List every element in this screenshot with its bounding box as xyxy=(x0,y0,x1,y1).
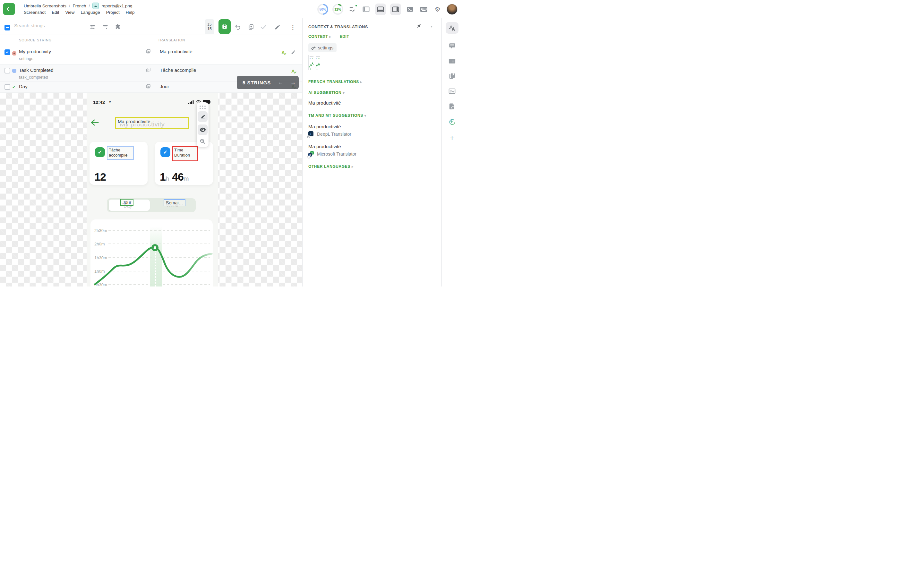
zoom-tool-button[interactable] xyxy=(197,136,208,147)
back-arrow-icon xyxy=(6,6,12,12)
tasks-value: 12 xyxy=(94,171,106,183)
screenshot-canvas[interactable]: 12:42 ➤ My productivity Ma productivité … xyxy=(0,93,302,286)
next-strings-arrow[interactable]: → xyxy=(290,79,296,86)
row-edit-button[interactable] xyxy=(291,49,296,56)
more-options-button[interactable]: ⋮ xyxy=(289,23,297,31)
row-checkbox[interactable] xyxy=(5,68,10,75)
drag-handle[interactable] xyxy=(199,105,206,111)
tag-tool-button[interactable] xyxy=(197,111,208,122)
menu-view[interactable]: View xyxy=(66,10,75,15)
toggle-bottom-panel-button[interactable] xyxy=(375,3,386,15)
breadcrumb-language[interactable]: French xyxy=(73,3,86,8)
source-string[interactable]: Task Completed xyxy=(19,67,53,73)
strings-count-badge: 5 STRINGS ← → xyxy=(237,76,299,89)
pencil-icon xyxy=(274,24,281,30)
approved-progress-ring[interactable]: 12% xyxy=(332,4,343,15)
screenshot-attached-icon xyxy=(145,83,151,91)
rail-tasks-tab[interactable] xyxy=(446,85,459,97)
row-checkbox[interactable] xyxy=(5,84,10,91)
translated-progress-ring[interactable]: 50% xyxy=(317,4,328,15)
breadcrumb-project[interactable]: Umbrella Screenshots xyxy=(24,3,66,8)
row-checkbox[interactable]: ✓ xyxy=(5,49,10,55)
filter-settings-button[interactable] xyxy=(89,23,97,31)
string-key-tag[interactable]: settings xyxy=(309,43,337,52)
previous-strings-arrow[interactable]: ← xyxy=(278,79,283,86)
rail-comments-tab[interactable] xyxy=(446,40,459,52)
save-button[interactable] xyxy=(218,19,231,34)
document-info-icon xyxy=(449,103,455,110)
sort-filter-button[interactable] xyxy=(101,23,110,31)
terminal-icon xyxy=(407,6,413,13)
shortcuts-button[interactable] xyxy=(419,3,429,15)
duplicate-icon xyxy=(248,24,254,30)
translation-text[interactable]: Tâche accomplie xyxy=(160,67,196,73)
console-button[interactable] xyxy=(405,3,415,15)
duration-label-box[interactable]: Time Duration Duration xyxy=(172,146,198,161)
menu-edit[interactable]: Edit xyxy=(52,10,59,15)
menu-language[interactable]: Language xyxy=(81,10,100,15)
plugins-button[interactable] xyxy=(114,23,122,31)
approve-button[interactable] xyxy=(259,23,268,31)
undo-button[interactable] xyxy=(233,23,242,31)
copy-source-button[interactable] xyxy=(247,23,255,31)
rail-glossary-tab[interactable] xyxy=(446,70,459,82)
menu-screenshot[interactable]: Screenshot xyxy=(24,10,45,15)
collapse-panel-chevron[interactable]: ▾ xyxy=(431,24,432,28)
screenshot-thumbnail[interactable] xyxy=(309,55,321,70)
breadcrumb-separator: / xyxy=(69,3,70,8)
source-string[interactable]: Day xyxy=(19,84,28,89)
preview-tool-button[interactable] xyxy=(197,124,208,135)
rail-add-panel-button[interactable]: + xyxy=(446,132,459,143)
back-button[interactable] xyxy=(3,3,15,15)
section-tm-mt-suggestions[interactable]: TM AND MT SUGGESTIONS▾ xyxy=(309,112,366,118)
tab-day-highlight-box[interactable]: Jour xyxy=(120,199,133,206)
rail-translations-tab[interactable] xyxy=(446,22,459,34)
toggle-right-panel-button[interactable] xyxy=(390,3,401,15)
rail-ai-tab[interactable] xyxy=(446,116,459,128)
section-other-languages[interactable]: OTHER LANGUAGES▸ xyxy=(309,163,354,169)
history-clock-icon xyxy=(307,135,310,138)
tm-suggestion-text[interactable]: Ma productivité xyxy=(309,124,341,129)
pin-icon[interactable] xyxy=(416,23,421,30)
title-highlight-box[interactable]: My productivity Ma productivité xyxy=(115,117,189,128)
screenshot-attached-icon xyxy=(145,49,151,55)
string-counter: 15 15 xyxy=(205,19,214,34)
tab-week-highlight-box[interactable]: Semai… xyxy=(164,199,185,206)
source-string[interactable]: My productivity xyxy=(19,49,51,54)
column-source: SOURCE STRING xyxy=(19,38,52,42)
toggle-left-panel-button[interactable] xyxy=(361,3,371,15)
edit-translation-button[interactable] xyxy=(273,23,282,31)
app-window: Umbrella Screenshots / French / reports@… xyxy=(0,0,462,286)
menu-help[interactable]: Help xyxy=(126,10,135,15)
section-french-translations[interactable]: FRENCH TRANSLATIONS▸ xyxy=(309,78,362,85)
activity-log-button[interactable] xyxy=(348,3,357,15)
tasks-label-box[interactable]: Tâche accomplie Completed xyxy=(107,146,134,160)
rail-context-tab[interactable] xyxy=(446,55,459,67)
ai-sparkle-icon xyxy=(448,118,456,126)
translation-text[interactable]: Jour xyxy=(160,84,169,89)
status-approved-icon: ✓ xyxy=(12,85,16,89)
keyboard-icon xyxy=(420,6,428,12)
ai-suggestion-text[interactable]: Ma productivité xyxy=(309,100,341,106)
tm-suggestion-text[interactable]: Ma productivité xyxy=(309,144,341,149)
section-ai-suggestion[interactable]: AI SUGGESTION▾ xyxy=(309,89,345,95)
settings-button[interactable]: ⚙ xyxy=(433,3,442,15)
select-all-checkbox[interactable] xyxy=(5,23,10,30)
tm-suggestion-provider: a Microsoft Translator xyxy=(309,151,356,157)
phone-clock: 12:42 xyxy=(93,100,105,105)
context-panel: CONTEXT & TRANSLATIONS ▾ CONTEXT▸ EDIT s… xyxy=(302,18,442,286)
filter-icon xyxy=(102,24,108,30)
user-avatar[interactable] xyxy=(446,4,457,15)
productivity-chart: 2h30m 2h0m 1h30m 1h0m 0h30m xyxy=(91,219,213,286)
approved-progress-value: 12% xyxy=(332,4,343,15)
panel-bottom-icon xyxy=(377,6,384,12)
rail-file-info-tab[interactable] xyxy=(446,100,459,112)
breadcrumb-file[interactable]: reports@x1.png xyxy=(102,3,132,8)
search-input[interactable] xyxy=(14,23,78,28)
string-row-my-productivity[interactable]: ✓ My productivity settings Ma productivi… xyxy=(0,46,302,64)
tab-edit[interactable]: EDIT xyxy=(340,34,349,39)
context-tabs: CONTEXT▸ EDIT xyxy=(309,34,349,39)
translation-text[interactable]: Ma productivité xyxy=(160,49,193,54)
menu-project[interactable]: Project xyxy=(106,10,120,15)
tab-context[interactable]: CONTEXT▸ xyxy=(309,34,331,39)
